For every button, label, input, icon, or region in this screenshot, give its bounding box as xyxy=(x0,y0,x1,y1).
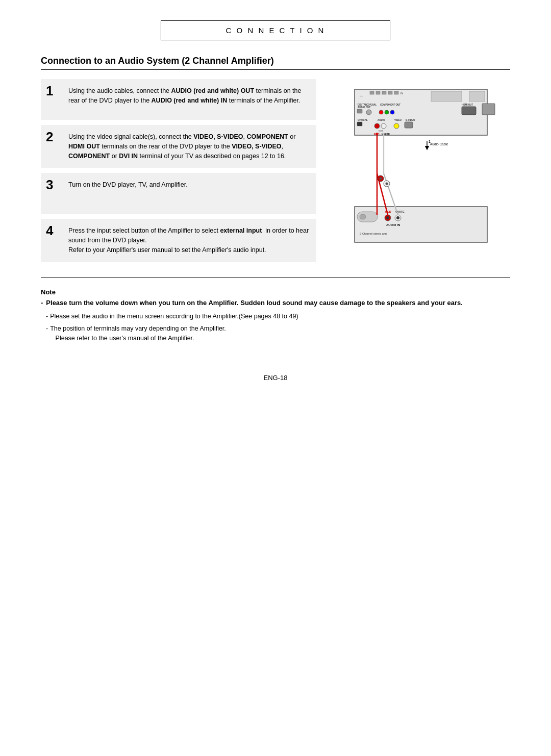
svg-rect-5 xyxy=(388,91,392,94)
svg-rect-4 xyxy=(382,91,386,94)
note-label: Note xyxy=(41,288,510,296)
note-important-dash: - xyxy=(41,299,43,307)
step-2-text: Using the video signal cable(s), connect… xyxy=(68,132,309,161)
main-content: 1 Using the audio cables, connect the AU… xyxy=(41,79,510,267)
note-item-1-dash: - xyxy=(46,312,48,321)
svg-rect-42 xyxy=(360,214,366,219)
step-2-block: 2 Using the video signal cable(s), conne… xyxy=(41,125,316,168)
steps-column: 1 Using the audio cables, connect the AU… xyxy=(41,79,316,267)
page-footer: ENG-18 xyxy=(41,374,510,382)
svg-text:COMPONENT OUT: COMPONENT OUT xyxy=(380,104,400,106)
svg-text:COAXIAL: COAXIAL xyxy=(366,104,377,106)
svg-rect-6 xyxy=(394,91,398,94)
svg-text:AUDIO OUT: AUDIO OUT xyxy=(358,106,371,109)
step-1-block: 1 Using the audio cables, connect the AU… xyxy=(41,79,316,120)
svg-text:Audio Cable: Audio Cable xyxy=(430,142,448,146)
footer-text: ENG-18 xyxy=(264,374,288,382)
svg-point-48 xyxy=(396,216,399,219)
svg-point-16 xyxy=(379,110,383,114)
svg-text:-/--: -/-- xyxy=(360,94,363,97)
svg-point-58 xyxy=(386,183,388,185)
svg-rect-2 xyxy=(370,91,374,94)
svg-point-14 xyxy=(366,110,371,115)
svg-rect-21 xyxy=(482,104,495,115)
step-2-number: 2 xyxy=(46,130,53,143)
diagram-column: -/-- IN DIGITAL AUDIO OUT COAXIAL COMPON… xyxy=(332,79,510,267)
svg-text:WHITE: WHITE xyxy=(382,133,390,136)
svg-text:OUT: OUT xyxy=(379,130,383,132)
step-3-text: Turn on the DVD player, TV, and Amplifie… xyxy=(68,180,309,190)
svg-rect-31 xyxy=(405,122,413,128)
svg-rect-3 xyxy=(376,91,380,94)
page-title: C O N N E C T I O N xyxy=(226,26,325,35)
note-item-1-text: Please set the audio in the menu screen … xyxy=(50,312,298,321)
svg-point-56 xyxy=(380,178,382,180)
note-item-2-text: The position of terminals may vary depen… xyxy=(50,324,226,343)
note-divider xyxy=(41,278,510,278)
svg-text:HDMI OUT: HDMI OUT xyxy=(462,104,473,106)
svg-text:S-VIDEO: S-VIDEO xyxy=(406,119,415,121)
step-4-text: Press the input select button of the Amp… xyxy=(68,226,309,255)
svg-point-25 xyxy=(374,123,380,129)
note-item-1: - Please set the audio in the menu scree… xyxy=(41,312,510,321)
svg-text:VIDEO: VIDEO xyxy=(394,119,402,121)
svg-rect-9 xyxy=(469,91,485,102)
note-important-text: Please turn the volume down when you tur… xyxy=(46,299,463,307)
step-3-block: 3 Turn on the DVD player, TV, and Amplif… xyxy=(41,173,316,214)
step-3-number: 3 xyxy=(46,178,53,191)
svg-point-46 xyxy=(386,216,389,219)
section-heading: Connection to an Audio System (2 Channel… xyxy=(41,56,510,66)
note-item-2: - The position of terminals may vary dep… xyxy=(41,324,510,343)
note-important: - Please turn the volume down when you t… xyxy=(41,299,510,307)
section-divider xyxy=(41,69,510,70)
svg-text:AUDIO IN: AUDIO IN xyxy=(386,223,400,226)
svg-text:IN: IN xyxy=(400,92,403,95)
page-title-box: C O N N E C T I O N xyxy=(161,20,390,40)
svg-point-18 xyxy=(390,110,394,114)
svg-point-29 xyxy=(394,123,399,129)
svg-rect-8 xyxy=(431,91,462,102)
svg-rect-12 xyxy=(357,109,362,113)
svg-point-26 xyxy=(381,123,386,129)
svg-rect-23 xyxy=(357,122,362,126)
svg-text:2-Channel stereo amp: 2-Channel stereo amp xyxy=(360,232,387,235)
step-1-text: Using the audio cables, connect the AUDI… xyxy=(68,86,309,106)
note-item-2-dash: - xyxy=(46,324,48,343)
svg-rect-20 xyxy=(462,107,476,115)
svg-text:AUDIO: AUDIO xyxy=(378,119,385,121)
svg-text:OPTICAL: OPTICAL xyxy=(358,119,368,121)
step-4-block: 4 Press the input select button of the A… xyxy=(41,219,316,262)
connection-diagram: -/-- IN DIGITAL AUDIO OUT COAXIAL COMPON… xyxy=(339,84,503,258)
step-1-number: 1 xyxy=(46,84,53,97)
note-section: Note - Please turn the volume down when … xyxy=(41,288,510,343)
svg-point-17 xyxy=(385,110,389,114)
step-4-number: 4 xyxy=(46,224,53,237)
